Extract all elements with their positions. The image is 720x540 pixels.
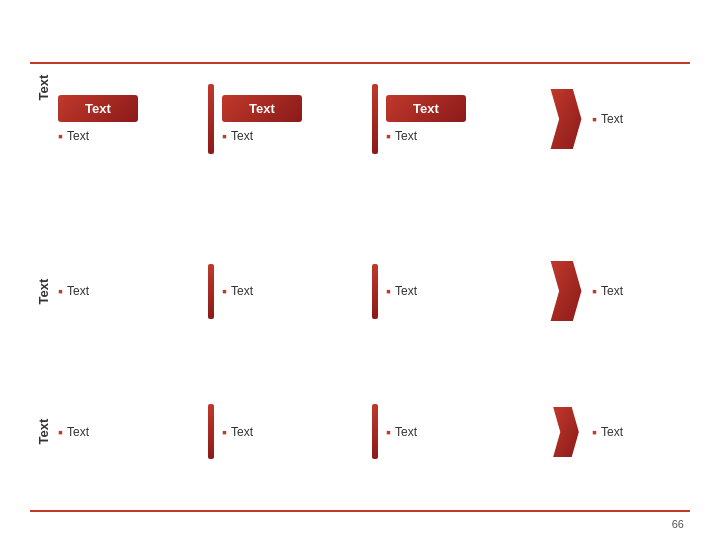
row-2-label: Text <box>30 284 58 299</box>
bottom-decorative-line <box>30 510 690 512</box>
row-1-col-1-header: Text <box>58 95 138 122</box>
svg-marker-2 <box>553 407 579 457</box>
row-1-cols: Text Text Text Text Text Text <box>58 80 690 158</box>
row-2-col-2: Text <box>214 283 372 299</box>
row-3-arrow <box>548 407 584 457</box>
row-2-col-2-bullet: Text <box>222 283 253 299</box>
row-1-label: Text <box>30 80 58 95</box>
row-2-col-1: Text <box>58 283 208 299</box>
row-3-col-3: Text <box>378 424 536 440</box>
row-2-col-3-bullet: Text <box>386 283 417 299</box>
row-2-cols: Text Text Text <box>58 260 690 323</box>
row-3-label: Text <box>30 424 58 439</box>
row-1-col-2-header: Text <box>222 95 302 122</box>
row-2-arrow <box>548 261 584 321</box>
row-3-col-3-bullet: Text <box>386 424 417 440</box>
row-1-arrow <box>548 89 584 149</box>
row-2-arrow-col: Text <box>536 261 690 321</box>
row-3-col-2-bullet: Text <box>222 424 253 440</box>
row-2: Text Text Text Text <box>30 221 690 362</box>
row-3-col-1-bullet: Text <box>58 424 89 440</box>
row-1-arrow-col: Text <box>536 89 690 149</box>
row-3: Text Text Text Text <box>30 361 690 502</box>
svg-marker-1 <box>551 261 582 321</box>
row-1-col-3: Text Text <box>378 95 536 144</box>
row-1: Text Text Text Text Text Text Text <box>30 72 690 221</box>
row-3-col-1: Text <box>58 424 208 440</box>
page-number: 66 <box>672 518 684 530</box>
row-3-cols: Text Text Text <box>58 400 690 463</box>
row-2-col-1-bullet: Text <box>58 283 89 299</box>
row-1-col-3-header: Text <box>386 95 466 122</box>
row-1-col-2: Text Text <box>214 95 372 144</box>
row-1-col-3-bullet: Text <box>386 128 417 144</box>
row-2-col-3: Text <box>378 283 536 299</box>
top-decorative-line <box>30 62 690 64</box>
row-1-col-2-bullet: Text <box>222 128 253 144</box>
row-3-col-2: Text <box>214 424 372 440</box>
row-3-arrow-bullet: Text <box>592 424 623 440</box>
main-content: Text Text Text Text Text Text Text <box>30 72 690 502</box>
row-1-col-1: Text Text <box>58 95 208 144</box>
row-2-arrow-bullet: Text <box>592 283 623 299</box>
row-1-arrow-bullet: Text <box>592 111 623 127</box>
svg-marker-0 <box>551 89 582 149</box>
row-3-arrow-col: Text <box>536 407 690 457</box>
row-1-col-1-bullet: Text <box>58 128 89 144</box>
